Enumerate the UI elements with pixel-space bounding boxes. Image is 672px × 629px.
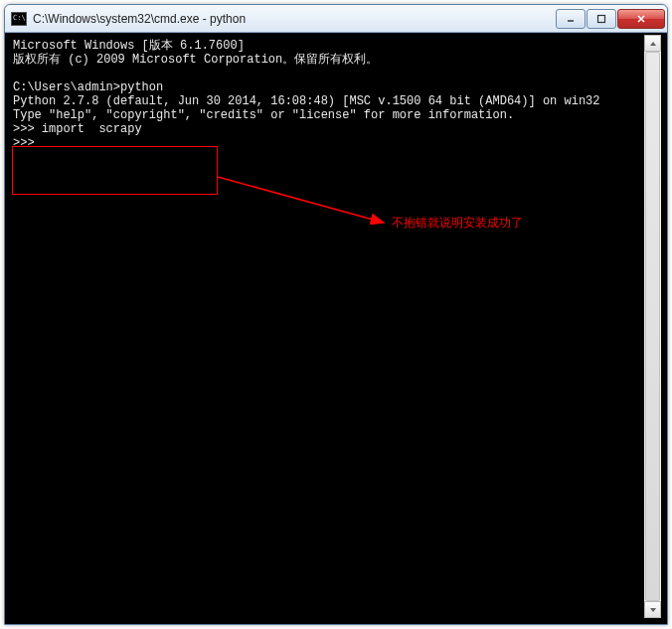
minimize-button[interactable]	[556, 9, 586, 29]
close-button[interactable]	[617, 9, 665, 29]
scroll-down-button[interactable]	[644, 601, 661, 618]
svg-rect-1	[598, 15, 605, 22]
scroll-thumb[interactable]	[645, 52, 660, 601]
window-title: C:\Windows\system32\cmd.exe - python	[33, 12, 556, 26]
terminal-frame: Microsoft Windows [版本 6.1.7600] 版权所有 (c)…	[11, 35, 661, 618]
scroll-track[interactable]	[644, 52, 661, 601]
window-controls	[556, 9, 665, 29]
cmd-window: C:\Windows\system32\cmd.exe - python Mic…	[4, 4, 668, 625]
maximize-button[interactable]	[587, 9, 616, 29]
vertical-scrollbar[interactable]	[644, 35, 661, 618]
titlebar[interactable]: C:\Windows\system32\cmd.exe - python	[5, 5, 667, 33]
terminal-output[interactable]: Microsoft Windows [版本 6.1.7600] 版权所有 (c)…	[11, 35, 644, 618]
scroll-up-button[interactable]	[644, 35, 661, 52]
cmd-icon	[11, 12, 27, 26]
